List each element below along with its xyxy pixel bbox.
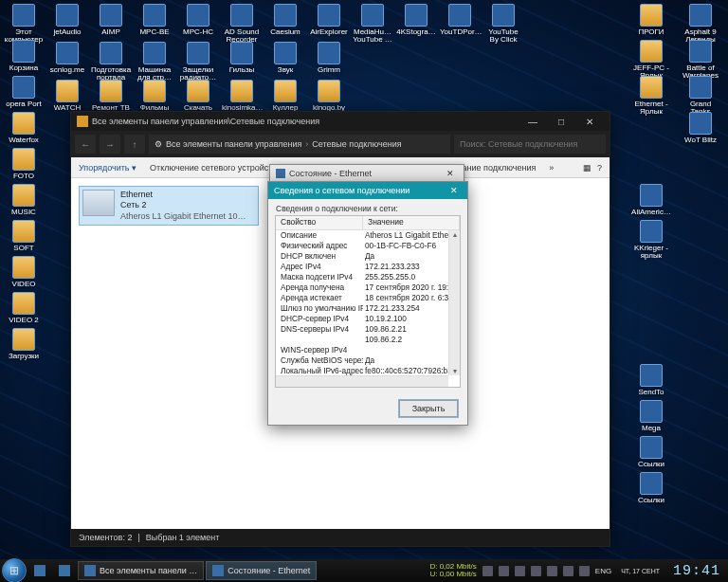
close-button[interactable]: Закрыть [399, 400, 458, 417]
tray-icon[interactable] [515, 566, 525, 576]
detail-row[interactable]: WINS-сервер IPv4 [276, 345, 460, 355]
ethernet-status-window[interactable]: Состояние - Ethernet ✕ [269, 164, 464, 183]
desktop-icon[interactable]: Звук [265, 42, 305, 74]
desktop-icon[interactable]: 4KStogra… [396, 4, 436, 36]
desktop-icon[interactable]: Этот компьютер [4, 4, 44, 45]
desktop-icon[interactable]: kinogo.by [309, 80, 349, 112]
detail-row[interactable]: DNS-серверы IPv4109.86.2.21 [276, 324, 460, 335]
details-list[interactable]: Свойство Значение ОписаниеAtheros L1 Gig… [275, 215, 461, 388]
dialog-close-icon[interactable]: ✕ [446, 186, 462, 195]
clock[interactable]: ЧТ, 17 СЕНТ [617, 568, 664, 574]
desktop-icon[interactable]: AD Sound Recorder [222, 4, 262, 45]
dialog-titlebar[interactable]: Сведения о сетевом подключении ✕ [268, 182, 467, 199]
desktop-icon[interactable]: Корзина [4, 40, 44, 72]
desktop-icon[interactable]: Ссылки [631, 436, 671, 468]
vertical-scrollbar[interactable] [448, 230, 460, 375]
view-icon[interactable]: ▦ [583, 163, 592, 173]
detail-row[interactable]: Аренда получена17 сентября 2020 г. 19:38… [276, 282, 460, 293]
desktop-icon[interactable]: Mega [631, 400, 671, 432]
back-button[interactable]: ← [75, 135, 96, 154]
detail-row[interactable]: ОписаниеAtheros L1 Gigabit Ethernet 10/1… [276, 230, 460, 241]
desktop-icon[interactable]: AllAmeric… [631, 184, 671, 216]
desktop-icon[interactable]: Ethernet - Ярлык [631, 76, 671, 117]
language-indicator[interactable]: ENG [595, 567, 611, 575]
more[interactable]: » [549, 163, 554, 173]
tray-icon[interactable] [547, 566, 557, 576]
col-property[interactable]: Свойство [276, 216, 363, 229]
desktop-icon[interactable]: VIDEO 2 [4, 292, 44, 324]
desktop-icon[interactable]: MUSIC [4, 184, 44, 216]
status-close[interactable]: ✕ [443, 169, 458, 178]
desktop-icon[interactable]: ПРОГИ [631, 4, 671, 36]
tray-icon[interactable] [531, 566, 541, 576]
pinned-app[interactable] [28, 561, 51, 580]
desktop-icon[interactable]: jetAudio [47, 4, 87, 36]
desktop-icon[interactable]: VIDEO [4, 256, 44, 288]
desktop-icon[interactable]: Скачать [178, 80, 218, 112]
desktop-icon[interactable]: Защелки радиато… [178, 42, 218, 82]
horizontal-scrollbar[interactable] [276, 375, 448, 387]
net-meter[interactable]: D: 0,02 Mbit/s U: 0,00 Mbit/s [429, 563, 476, 578]
tray-icon[interactable] [579, 566, 590, 576]
desktop-icon[interactable]: AirExplorer [309, 4, 349, 36]
detail-row[interactable]: DNS-сервер IPv6 [276, 387, 460, 388]
pinned-app[interactable] [53, 561, 76, 580]
detail-row[interactable]: Физический адрес00-1B-FC-FB-C0-F6 [276, 241, 460, 251]
desktop-icon[interactable]: Ссылки [631, 472, 671, 504]
search-input[interactable]: Поиск: Сетевые подключения [454, 135, 606, 154]
desktop-icon[interactable]: kinosimka… [222, 80, 262, 112]
desktop-icon[interactable]: JEFF-PC - Ярлык [631, 40, 671, 81]
desktop-icon[interactable]: Asphalt 9 Легенды [681, 4, 720, 45]
desktop-icon[interactable]: Waterfox [4, 112, 44, 144]
up-button[interactable]: ↑ [124, 135, 145, 154]
detail-row[interactable]: DHCP включенДа [276, 251, 460, 262]
breadcrumb-1[interactable]: Сетевые подключения [312, 139, 401, 149]
tray-icon[interactable] [499, 566, 509, 576]
desktop-icon[interactable]: Grimm [309, 42, 349, 74]
start-button[interactable]: ⊞ [2, 558, 27, 582]
maximize-button[interactable]: □ [547, 117, 575, 127]
desktop-icon[interactable]: SendTo [631, 364, 671, 396]
desktop-icon[interactable]: WATCH [47, 80, 87, 112]
desktop-icon[interactable]: YouTube By Click [483, 4, 523, 45]
desktop-icon[interactable]: scnlog.me [47, 42, 87, 74]
tray-icon[interactable] [563, 566, 573, 576]
desktop-icon[interactable]: Фильмы [135, 80, 174, 112]
titlebar[interactable]: Все элементы панели управления\Сетевые п… [71, 112, 610, 131]
address-bar[interactable]: ⚙ Все элементы панели управления › Сетев… [149, 135, 450, 154]
desktop-icon[interactable]: SOFT [4, 220, 44, 252]
detail-row[interactable]: Аренда истекает18 сентября 2020 г. 6:38:… [276, 293, 460, 303]
tray-icon[interactable] [482, 566, 493, 576]
desktop-icon[interactable]: Машинка для стр… [135, 42, 174, 82]
desktop-icon[interactable]: WoT Blitz [681, 112, 720, 144]
breadcrumb-0[interactable]: Все элементы панели управления [166, 139, 301, 149]
close-button[interactable]: ✕ [575, 117, 604, 127]
desktop-icon[interactable]: KKrieger - ярлык [631, 220, 671, 261]
desktop-icon[interactable]: opera Port [4, 76, 44, 108]
forward-button[interactable]: → [100, 135, 120, 154]
taskbar-task[interactable]: Все элементы панели … [78, 561, 204, 580]
desktop-icon[interactable]: MediaHu… YouTube … [353, 4, 392, 45]
desktop-icon[interactable]: AIMP [91, 4, 131, 36]
desktop-icon[interactable]: Загрузки [4, 328, 44, 360]
desktop-icon[interactable]: FOTO [4, 148, 44, 180]
detail-row[interactable]: 109.86.2.2 [276, 335, 460, 345]
detail-row[interactable]: Шлюз по умолчанию IP…172.21.233.254 [276, 303, 460, 314]
desktop-icon[interactable]: Ремонт ТВ [91, 80, 131, 112]
desktop-icon[interactable]: Гильзы [222, 42, 262, 74]
detail-row[interactable]: Маска подсети IPv4255.255.255.0 [276, 272, 460, 282]
minimize-button[interactable]: — [519, 117, 547, 127]
detail-row[interactable]: DHCP-сервер IPv410.19.2.100 [276, 314, 460, 324]
desktop-icon[interactable]: MPC-HC [178, 4, 218, 36]
taskbar-task[interactable]: Состояние - Ethernet [206, 561, 317, 580]
disable-device[interactable]: Отключение сетевого устройства [150, 163, 282, 173]
network-adapter[interactable]: EthernetСеть 2Atheros L1 Gigabit Etherne… [79, 186, 259, 226]
desktop-icon[interactable]: Battle of Warplanes [681, 40, 720, 81]
desktop-icon[interactable]: MPC-BE [135, 4, 174, 36]
detail-row[interactable]: Адрес IPv4172.21.233.233 [276, 262, 460, 272]
detail-row[interactable]: Служба NetBIOS через …Да [276, 355, 460, 366]
help-icon[interactable]: ? [597, 163, 602, 173]
col-value[interactable]: Значение [363, 216, 460, 229]
desktop-icon[interactable]: Caesium [265, 4, 305, 36]
organize-menu[interactable]: Упорядочить ▾ [79, 163, 136, 173]
